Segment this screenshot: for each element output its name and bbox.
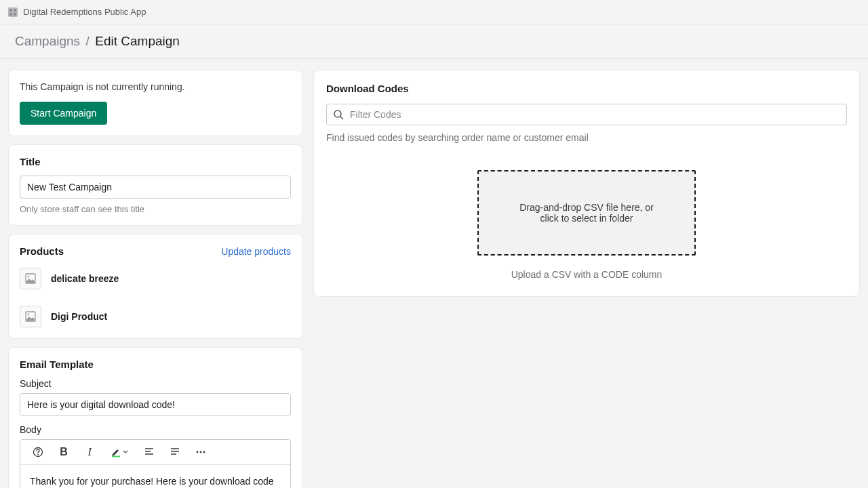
breadcrumb-current: Edit Campaign: [95, 34, 180, 48]
start-campaign-button[interactable]: Start Campaign: [20, 102, 107, 125]
codes-heading: Download Codes: [326, 83, 847, 94]
svg-point-17: [197, 451, 199, 453]
breadcrumb: Campaigns / Edit Campaign: [0, 24, 868, 59]
svg-rect-0: [9, 9, 12, 12]
csv-dropzone[interactable]: Drag-and-drop CSV file here, or click to…: [477, 170, 696, 256]
dropzone-text: Drag-and-drop CSV file here, or click to…: [512, 202, 661, 224]
products-card: Products Update products delicate breeze…: [8, 234, 302, 339]
body-label: Body: [20, 424, 291, 435]
title-input[interactable]: [20, 176, 291, 199]
subject-label: Subject: [20, 378, 291, 389]
upload-help-text: Upload a CSV with a CODE column: [511, 269, 663, 280]
svg-point-5: [28, 276, 30, 278]
help-icon[interactable]: [31, 445, 45, 459]
update-products-link[interactable]: Update products: [221, 246, 291, 257]
italic-icon[interactable]: I: [83, 445, 96, 459]
image-placeholder-icon: [20, 268, 41, 289]
subject-input[interactable]: [20, 393, 291, 416]
status-card: This Campaign is not currently running. …: [8, 70, 302, 136]
bold-icon[interactable]: B: [57, 445, 71, 459]
align-left-icon[interactable]: [142, 445, 156, 459]
image-placeholder-icon: [20, 306, 41, 327]
product-item: delicate breeze: [20, 264, 291, 302]
editor-toolbar: B I: [20, 440, 290, 465]
email-heading: Email Template: [20, 359, 291, 370]
breadcrumb-separator: /: [86, 34, 90, 48]
topbar: Digital Redemptions Public App: [0, 0, 868, 24]
breadcrumb-parent[interactable]: Campaigns: [15, 34, 80, 48]
more-icon[interactable]: [194, 445, 208, 459]
app-name: Digital Redemptions Public App: [23, 7, 146, 17]
editor-content[interactable]: Thank you for your purchase! Here is you…: [20, 465, 290, 488]
title-heading: Title: [20, 156, 291, 167]
status-message: This Campaign is not currently running.: [20, 81, 291, 92]
body-line: Thank you for your purchase! Here is you…: [30, 474, 281, 488]
product-name: Digi Product: [51, 311, 107, 322]
svg-point-7: [28, 314, 30, 316]
align-justify-icon[interactable]: [168, 445, 182, 459]
svg-rect-1: [14, 9, 16, 12]
svg-rect-2: [9, 13, 12, 16]
svg-rect-10: [112, 456, 120, 458]
body-editor: B I Thank: [20, 439, 291, 488]
product-name: delicate breeze: [51, 273, 119, 284]
products-heading: Products: [20, 245, 64, 257]
email-template-card: Email Template Subject Body B I: [8, 347, 302, 488]
download-codes-card: Download Codes Find issued codes by sear…: [313, 70, 860, 297]
search-icon: [333, 109, 344, 120]
svg-point-18: [200, 451, 202, 453]
product-item: Digi Product: [20, 302, 291, 327]
svg-point-9: [37, 453, 39, 455]
svg-point-19: [203, 451, 205, 453]
app-icon: [8, 7, 18, 17]
highlight-icon[interactable]: [108, 445, 130, 459]
title-card: Title Only store staff can see this titl…: [8, 144, 302, 226]
title-helper: Only store staff can see this title: [20, 204, 291, 214]
search-help-text: Find issued codes by searching order nam…: [326, 132, 847, 143]
svg-rect-3: [14, 13, 16, 16]
filter-codes-input[interactable]: [326, 104, 847, 125]
svg-line-21: [340, 117, 343, 119]
